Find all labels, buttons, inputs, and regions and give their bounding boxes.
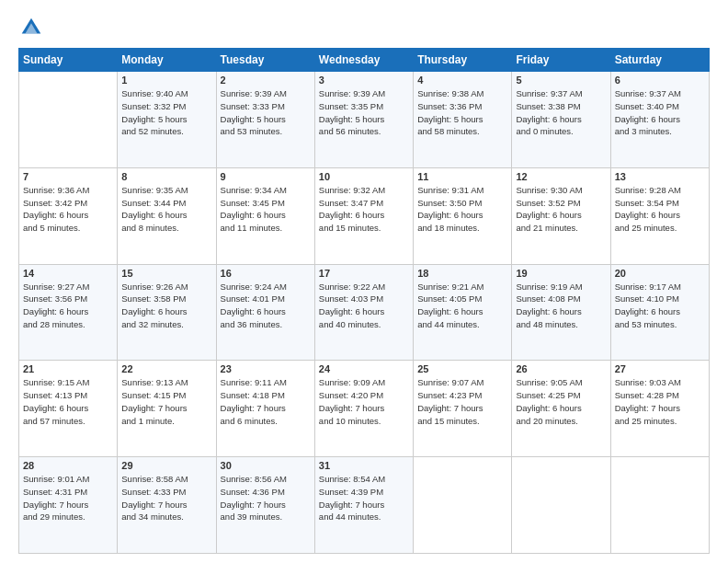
day-number: 16 bbox=[221, 268, 311, 279]
day-cell: 26Sunrise: 9:05 AM Sunset: 4:25 PM Dayli… bbox=[512, 361, 610, 457]
header bbox=[18, 15, 710, 40]
logo bbox=[18, 15, 48, 40]
day-number: 23 bbox=[221, 363, 311, 374]
day-number: 24 bbox=[319, 363, 409, 374]
day-info: Sunrise: 9:40 AM Sunset: 3:32 PM Dayligh… bbox=[121, 87, 211, 138]
day-number: 30 bbox=[221, 460, 311, 471]
day-info: Sunrise: 9:13 AM Sunset: 4:15 PM Dayligh… bbox=[121, 376, 211, 427]
week-row-1: 7Sunrise: 9:36 AM Sunset: 3:42 PM Daylig… bbox=[19, 167, 710, 264]
day-cell: 12Sunrise: 9:30 AM Sunset: 3:52 PM Dayli… bbox=[512, 167, 610, 264]
day-info: Sunrise: 8:58 AM Sunset: 4:33 PM Dayligh… bbox=[121, 473, 211, 523]
day-info: Sunrise: 9:35 AM Sunset: 3:44 PM Dayligh… bbox=[121, 184, 211, 235]
day-number: 19 bbox=[516, 268, 606, 279]
day-cell: 31Sunrise: 8:54 AM Sunset: 4:39 PM Dayli… bbox=[314, 457, 413, 554]
day-info: Sunrise: 9:17 AM Sunset: 4:10 PM Dayligh… bbox=[615, 281, 705, 331]
day-number: 5 bbox=[516, 75, 606, 86]
day-number: 15 bbox=[121, 268, 211, 279]
day-info: Sunrise: 9:03 AM Sunset: 4:28 PM Dayligh… bbox=[615, 376, 705, 427]
day-cell: 13Sunrise: 9:28 AM Sunset: 3:54 PM Dayli… bbox=[610, 167, 709, 264]
day-number: 28 bbox=[23, 460, 113, 471]
day-info: Sunrise: 9:32 AM Sunset: 3:47 PM Dayligh… bbox=[319, 184, 409, 235]
day-cell: 7Sunrise: 9:36 AM Sunset: 3:42 PM Daylig… bbox=[19, 167, 118, 264]
day-cell: 20Sunrise: 9:17 AM Sunset: 4:10 PM Dayli… bbox=[610, 264, 709, 361]
day-cell: 15Sunrise: 9:26 AM Sunset: 3:58 PM Dayli… bbox=[118, 264, 216, 361]
day-info: Sunrise: 9:27 AM Sunset: 3:56 PM Dayligh… bbox=[23, 281, 113, 331]
day-info: Sunrise: 9:24 AM Sunset: 4:01 PM Dayligh… bbox=[221, 281, 311, 331]
weekday-tuesday: Tuesday bbox=[216, 49, 314, 72]
day-number: 26 bbox=[516, 363, 606, 374]
weekday-header-row: SundayMondayTuesdayWednesdayThursdayFrid… bbox=[19, 49, 710, 72]
day-info: Sunrise: 9:05 AM Sunset: 4:25 PM Dayligh… bbox=[516, 376, 606, 427]
day-number: 21 bbox=[23, 363, 113, 374]
day-number: 29 bbox=[121, 460, 211, 471]
day-number: 11 bbox=[417, 171, 507, 182]
day-number: 7 bbox=[23, 171, 113, 182]
day-number: 31 bbox=[319, 460, 409, 471]
day-number: 20 bbox=[615, 268, 705, 279]
day-number: 12 bbox=[516, 171, 606, 182]
day-cell: 22Sunrise: 9:13 AM Sunset: 4:15 PM Dayli… bbox=[118, 361, 216, 457]
day-cell: 3Sunrise: 9:39 AM Sunset: 3:35 PM Daylig… bbox=[314, 72, 413, 168]
day-info: Sunrise: 9:30 AM Sunset: 3:52 PM Dayligh… bbox=[516, 184, 606, 235]
day-info: Sunrise: 9:37 AM Sunset: 3:40 PM Dayligh… bbox=[615, 87, 705, 138]
day-cell: 11Sunrise: 9:31 AM Sunset: 3:50 PM Dayli… bbox=[414, 167, 512, 264]
day-number: 1 bbox=[121, 75, 211, 86]
day-info: Sunrise: 9:31 AM Sunset: 3:50 PM Dayligh… bbox=[417, 184, 507, 235]
day-cell: 9Sunrise: 9:34 AM Sunset: 3:45 PM Daylig… bbox=[216, 167, 314, 264]
day-cell: 29Sunrise: 8:58 AM Sunset: 4:33 PM Dayli… bbox=[118, 457, 216, 554]
day-number: 3 bbox=[319, 75, 409, 86]
week-row-4: 28Sunrise: 9:01 AM Sunset: 4:31 PM Dayli… bbox=[19, 457, 710, 554]
day-cell: 16Sunrise: 9:24 AM Sunset: 4:01 PM Dayli… bbox=[216, 264, 314, 361]
day-cell: 10Sunrise: 9:32 AM Sunset: 3:47 PM Dayli… bbox=[314, 167, 413, 264]
day-cell: 14Sunrise: 9:27 AM Sunset: 3:56 PM Dayli… bbox=[19, 264, 118, 361]
day-info: Sunrise: 9:21 AM Sunset: 4:05 PM Dayligh… bbox=[417, 281, 507, 331]
day-info: Sunrise: 9:07 AM Sunset: 4:23 PM Dayligh… bbox=[417, 376, 507, 427]
day-info: Sunrise: 9:22 AM Sunset: 4:03 PM Dayligh… bbox=[319, 281, 409, 331]
day-info: Sunrise: 9:09 AM Sunset: 4:20 PM Dayligh… bbox=[319, 376, 409, 427]
week-row-3: 21Sunrise: 9:15 AM Sunset: 4:13 PM Dayli… bbox=[19, 361, 710, 457]
weekday-saturday: Saturday bbox=[610, 49, 709, 72]
day-number: 25 bbox=[417, 363, 507, 374]
weekday-friday: Friday bbox=[512, 49, 610, 72]
day-cell bbox=[512, 457, 610, 554]
day-cell: 5Sunrise: 9:37 AM Sunset: 3:38 PM Daylig… bbox=[512, 72, 610, 168]
weekday-sunday: Sunday bbox=[19, 49, 118, 72]
day-number: 8 bbox=[121, 171, 211, 182]
day-info: Sunrise: 9:28 AM Sunset: 3:54 PM Dayligh… bbox=[615, 184, 705, 235]
day-number: 2 bbox=[221, 75, 311, 86]
day-info: Sunrise: 9:11 AM Sunset: 4:18 PM Dayligh… bbox=[221, 376, 311, 427]
day-cell: 8Sunrise: 9:35 AM Sunset: 3:44 PM Daylig… bbox=[118, 167, 216, 264]
day-number: 4 bbox=[417, 75, 507, 86]
day-cell: 4Sunrise: 9:38 AM Sunset: 3:36 PM Daylig… bbox=[414, 72, 512, 168]
logo-icon bbox=[18, 15, 44, 40]
day-cell bbox=[610, 457, 709, 554]
day-cell: 27Sunrise: 9:03 AM Sunset: 4:28 PM Dayli… bbox=[610, 361, 709, 457]
day-info: Sunrise: 9:37 AM Sunset: 3:38 PM Dayligh… bbox=[516, 87, 606, 138]
day-number: 22 bbox=[121, 363, 211, 374]
day-cell: 25Sunrise: 9:07 AM Sunset: 4:23 PM Dayli… bbox=[414, 361, 512, 457]
day-info: Sunrise: 9:15 AM Sunset: 4:13 PM Dayligh… bbox=[23, 376, 113, 427]
week-row-0: 1Sunrise: 9:40 AM Sunset: 3:32 PM Daylig… bbox=[19, 72, 710, 168]
day-cell: 30Sunrise: 8:56 AM Sunset: 4:36 PM Dayli… bbox=[216, 457, 314, 554]
day-cell bbox=[414, 457, 512, 554]
day-info: Sunrise: 9:39 AM Sunset: 3:33 PM Dayligh… bbox=[221, 87, 311, 138]
day-info: Sunrise: 9:36 AM Sunset: 3:42 PM Dayligh… bbox=[23, 184, 113, 235]
day-cell: 24Sunrise: 9:09 AM Sunset: 4:20 PM Dayli… bbox=[314, 361, 413, 457]
day-number: 10 bbox=[319, 171, 409, 182]
day-info: Sunrise: 9:38 AM Sunset: 3:36 PM Dayligh… bbox=[417, 87, 507, 138]
day-cell: 17Sunrise: 9:22 AM Sunset: 4:03 PM Dayli… bbox=[314, 264, 413, 361]
day-info: Sunrise: 9:19 AM Sunset: 4:08 PM Dayligh… bbox=[516, 281, 606, 331]
day-number: 9 bbox=[221, 171, 311, 182]
day-cell: 2Sunrise: 9:39 AM Sunset: 3:33 PM Daylig… bbox=[216, 72, 314, 168]
day-number: 17 bbox=[319, 268, 409, 279]
day-number: 18 bbox=[417, 268, 507, 279]
day-number: 27 bbox=[615, 363, 705, 374]
day-number: 13 bbox=[615, 171, 705, 182]
week-row-2: 14Sunrise: 9:27 AM Sunset: 3:56 PM Dayli… bbox=[19, 264, 710, 361]
weekday-wednesday: Wednesday bbox=[314, 49, 413, 72]
weekday-thursday: Thursday bbox=[414, 49, 512, 72]
day-cell: 21Sunrise: 9:15 AM Sunset: 4:13 PM Dayli… bbox=[19, 361, 118, 457]
page: SundayMondayTuesdayWednesdayThursdayFrid… bbox=[0, 0, 728, 563]
calendar: SundayMondayTuesdayWednesdayThursdayFrid… bbox=[18, 48, 710, 554]
day-number: 14 bbox=[23, 268, 113, 279]
